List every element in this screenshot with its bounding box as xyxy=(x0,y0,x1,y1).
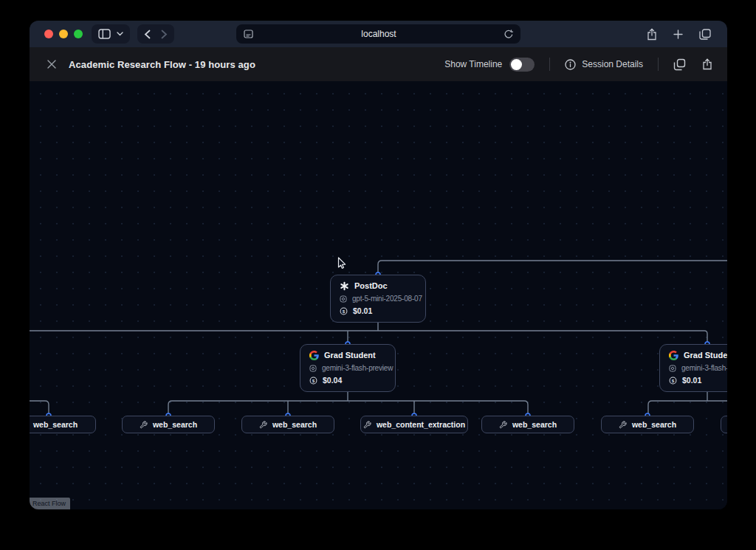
agent-cost: $0.01 xyxy=(682,376,701,385)
edge-bus-postdoc-children xyxy=(30,331,707,344)
tool-label: web_search xyxy=(33,420,78,429)
tool-node-web-search-2[interactable]: web_search xyxy=(122,416,215,433)
tool-node-web-search-4[interactable]: web_search xyxy=(481,416,574,433)
show-timeline-label: Show Timeline xyxy=(444,59,502,69)
divider xyxy=(549,58,550,71)
share-icon[interactable] xyxy=(647,28,657,41)
session-details-label: Session Details xyxy=(582,59,643,69)
close-flow-icon[interactable] xyxy=(47,60,56,69)
google-logo-icon xyxy=(669,351,678,360)
agent-model: gemini-3-flash-preview xyxy=(322,363,393,373)
export-icon[interactable] xyxy=(702,58,712,70)
tool-label: web_content_extraction xyxy=(377,420,465,429)
forward-button[interactable] xyxy=(161,30,168,39)
reload-icon[interactable] xyxy=(504,30,513,39)
edge-root-to-postdoc xyxy=(378,261,727,275)
wrench-icon xyxy=(619,421,627,429)
agent-cost: $0.01 xyxy=(353,306,372,316)
browser-window: localhost xyxy=(30,21,727,509)
model-chip-icon xyxy=(340,295,347,303)
minimize-window-button[interactable] xyxy=(59,30,68,38)
show-timeline-toggle[interactable] xyxy=(509,58,535,72)
edge-bus-gradstudent1-children xyxy=(168,401,528,415)
url-text: localhost xyxy=(253,29,504,39)
openai-logo-icon xyxy=(340,281,349,291)
nav-buttons-group xyxy=(137,24,174,44)
new-tab-icon[interactable] xyxy=(673,30,683,39)
agent-node-gradstudent-1[interactable]: Grad Student gemini-3-flash-preview $ xyxy=(300,344,396,392)
edge-left-clipped-child xyxy=(30,401,49,415)
model-chip-icon xyxy=(669,365,676,372)
tool-node-web-search-5[interactable]: web_search xyxy=(601,416,694,433)
wrench-icon xyxy=(259,421,267,429)
cost-coin-icon: $ xyxy=(309,377,317,385)
header-right-controls: Show Timeline Session Details xyxy=(444,58,712,72)
wrench-icon xyxy=(140,421,148,429)
agent-node-gradstudent-2[interactable]: Grad Student gemini-3-flash-preview $ xyxy=(659,344,727,392)
agent-model: gpt-5-mini-2025-08-07 xyxy=(352,294,422,303)
header-actions xyxy=(673,58,712,71)
edge-bus-gradstudent2-children xyxy=(648,401,727,415)
chevron-down-icon xyxy=(117,32,123,36)
react-flow-attribution[interactable]: React Flow xyxy=(30,498,70,509)
flow-canvas[interactable]: PostDoc gpt-5-mini-2025-08-07 $ xyxy=(30,81,727,509)
tool-label: web_search xyxy=(272,420,317,429)
app-header: Academic Research Flow - 19 hours ago Sh… xyxy=(30,47,727,81)
wrench-icon xyxy=(363,421,371,429)
tool-label: web_search xyxy=(632,420,676,429)
toggle-knob xyxy=(511,59,522,70)
sidebar-icon xyxy=(98,29,111,39)
cost-coin-icon: $ xyxy=(340,307,348,315)
agent-cost: $0.04 xyxy=(323,376,342,385)
sidebar-toggle-group[interactable] xyxy=(92,24,130,44)
agent-model: gemini-3-flash-preview xyxy=(681,363,727,373)
tool-node-web-search-3[interactable]: web_search xyxy=(241,416,334,433)
zoom-window-button[interactable] xyxy=(74,30,83,38)
copy-icon[interactable] xyxy=(673,58,686,71)
toolbar-right-actions xyxy=(647,21,711,47)
tool-label: web_search xyxy=(512,420,557,429)
wrench-icon xyxy=(499,421,507,429)
close-window-button[interactable] xyxy=(44,30,53,38)
model-chip-icon xyxy=(309,365,317,372)
agent-name: PostDoc xyxy=(354,281,388,291)
cost-coin-icon: $ xyxy=(669,377,677,385)
tool-node-clipped-right[interactable] xyxy=(721,416,727,433)
traffic-lights xyxy=(44,30,83,38)
page-title: Academic Research Flow - 19 hours ago xyxy=(69,59,255,70)
tool-node-web-content-extraction[interactable]: web_content_extraction xyxy=(360,416,468,433)
tool-label: web_search xyxy=(153,420,197,429)
back-button[interactable] xyxy=(144,30,151,39)
page-format-icon[interactable] xyxy=(244,30,253,38)
desktop-background: localhost xyxy=(0,0,756,550)
agent-node-postdoc[interactable]: PostDoc gpt-5-mini-2025-08-07 $ xyxy=(330,275,426,323)
browser-toolbar: localhost xyxy=(30,21,727,47)
google-logo-icon xyxy=(309,351,319,360)
svg-text:$: $ xyxy=(672,378,675,383)
session-details-button[interactable]: Session Details xyxy=(565,59,643,70)
svg-text:$: $ xyxy=(343,309,346,314)
info-icon xyxy=(565,59,576,70)
svg-text:$: $ xyxy=(312,378,315,383)
address-bar[interactable]: localhost xyxy=(236,24,520,44)
tool-node-web-search-1[interactable]: web_search xyxy=(30,416,96,433)
agent-name: Grad Student xyxy=(684,351,727,360)
tab-overview-icon[interactable] xyxy=(699,29,711,40)
agent-name: Grad Student xyxy=(324,351,376,360)
divider xyxy=(658,58,659,71)
mouse-cursor xyxy=(337,257,347,272)
